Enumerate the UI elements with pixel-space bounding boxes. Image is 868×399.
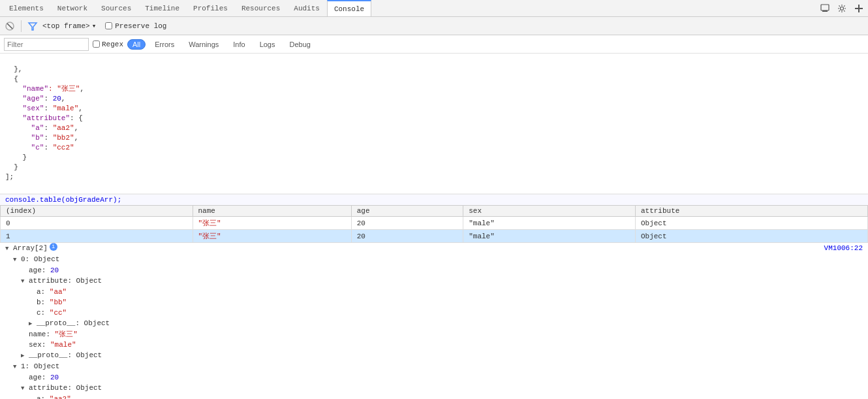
cell-age: 20: [351, 230, 463, 243]
filter-btn-all[interactable]: All: [127, 39, 146, 50]
console-stmt: console.table(objGradeArr);: [0, 194, 868, 205]
col-name: name: [193, 206, 351, 217]
console-table: (index) name age sex attribute 0 "张三" 20…: [0, 205, 868, 243]
tree-toggle-0-attr-proto[interactable]: [29, 318, 37, 329]
regex-label: Regex: [102, 40, 123, 48]
nav-tab-sources[interactable]: Sources: [95, 0, 138, 16]
filter-btn-logs[interactable]: Logs: [255, 39, 281, 50]
tree-toggle-0-proto[interactable]: [21, 350, 29, 361]
col-index: (index): [1, 206, 193, 217]
info-icon: i: [50, 243, 57, 251]
preserve-log-area: Preserve log: [105, 22, 166, 30]
table-header-row: (index) name age sex attribute: [1, 206, 868, 217]
tree-item-0: 0: Object: [5, 254, 868, 265]
top-nav: Elements Network Sources Timeline Profil…: [0, 0, 868, 17]
col-age: age: [351, 206, 463, 217]
nav-tab-timeline[interactable]: Timeline: [138, 0, 187, 16]
tree-0-attr-a: a: "aa": [5, 287, 868, 297]
tree-item-1: 1: Object: [5, 361, 868, 372]
tree-1-age: age: 20: [5, 372, 868, 383]
filter-btn-warnings[interactable]: Warnings: [183, 39, 224, 50]
tree-0-name: name: "张三": [5, 329, 868, 340]
clear-console-icon[interactable]: [4, 20, 16, 32]
cell-index: 0: [1, 217, 193, 230]
cell-attribute: Object: [635, 217, 867, 230]
frame-selector[interactable]: <top frame> ▾: [42, 22, 96, 30]
tree-section: VM1006:22 Array[2] i 0: Object age: 20 a…: [0, 243, 868, 399]
tree-1-attribute: attribute: Object: [5, 383, 868, 394]
tree-toggle-1[interactable]: [13, 361, 21, 372]
table-row[interactable]: 0 "张三" 20 "male" Object: [1, 217, 868, 230]
svg-marker-7: [29, 23, 37, 30]
nav-tab-elements[interactable]: Elements: [3, 0, 51, 16]
nav-tab-network[interactable]: Network: [51, 0, 95, 16]
regex-area: Regex: [93, 40, 123, 48]
tree-array-root: Array[2] i: [5, 243, 868, 254]
cell-index: 1: [1, 230, 193, 243]
filter-input[interactable]: [4, 38, 89, 51]
svg-line-6: [7, 24, 12, 29]
svg-rect-4: [858, 5, 860, 12]
col-sex: sex: [463, 206, 636, 217]
svg-rect-1: [822, 10, 828, 12]
cell-sex: "male": [463, 217, 636, 230]
col-attribute: attribute: [635, 206, 867, 217]
nav-icons: [818, 2, 865, 15]
dock-icon[interactable]: [818, 2, 831, 15]
preserve-log-label: Preserve log: [115, 22, 166, 30]
nav-tab-console[interactable]: Console: [327, 0, 371, 16]
filter-bar: Regex All Errors Warnings Info Logs Debu…: [0, 35, 868, 54]
cell-name: "张三": [193, 230, 351, 243]
close-devtools-icon[interactable]: [852, 2, 865, 15]
tree-0-attr-proto: __proto__: Object: [5, 318, 868, 329]
tree-0-proto: __proto__: Object: [5, 350, 868, 361]
cell-sex: "male": [463, 230, 636, 243]
filter-icon[interactable]: [27, 20, 39, 32]
vm-ref[interactable]: VM1006:22: [824, 243, 863, 253]
table-row[interactable]: 1 "张三" 20 "male" Object: [1, 230, 868, 243]
nav-tab-resources[interactable]: Resources: [235, 0, 287, 16]
console-content[interactable]: }, { "name": "张三", "age": 20, "sex": "ma…: [0, 54, 868, 399]
filter-btn-errors[interactable]: Errors: [149, 39, 179, 50]
code-lines: }, { "name": "张三", "age": 20, "sex": "ma…: [0, 54, 868, 194]
tree-0-age: age: 20: [5, 265, 868, 276]
separator1: [21, 20, 22, 32]
tree-0-attribute: attribute: Object: [5, 276, 868, 287]
table-body: 0 "张三" 20 "male" Object 1 "张三" 20 "male"…: [1, 217, 868, 243]
tree-toggle-0-attr[interactable]: [21, 276, 29, 287]
console-table-container: (index) name age sex attribute 0 "张三" 20…: [0, 205, 868, 243]
tree-0-attr-b: b: "bb": [5, 297, 868, 308]
preserve-log-checkbox[interactable]: [105, 22, 112, 29]
frame-label: <top frame>: [42, 22, 90, 30]
chevron-down-icon: ▾: [92, 22, 97, 30]
settings-icon[interactable]: [835, 2, 848, 15]
filter-btn-info[interactable]: Info: [228, 39, 250, 50]
regex-checkbox[interactable]: [93, 40, 100, 48]
cell-age: 20: [351, 217, 463, 230]
svg-point-2: [841, 7, 844, 10]
svg-rect-0: [821, 5, 829, 10]
tree-toggle-array[interactable]: [5, 243, 13, 254]
tree-toggle-0[interactable]: [13, 254, 21, 265]
cell-name: "张三": [193, 217, 351, 230]
tree-1-attr-a: a: "aa2": [5, 394, 868, 399]
nav-tab-profiles[interactable]: Profiles: [187, 0, 235, 16]
tree-0-attr-c: c: "cc": [5, 308, 868, 318]
tree-0-sex: sex: "male": [5, 340, 868, 350]
toolbar: <top frame> ▾ Preserve log: [0, 17, 868, 35]
nav-tab-audits[interactable]: Audits: [287, 0, 327, 16]
cell-attribute: Object: [635, 230, 867, 243]
tree-toggle-1-attr[interactable]: [21, 383, 29, 394]
filter-btn-debug[interactable]: Debug: [284, 39, 315, 50]
